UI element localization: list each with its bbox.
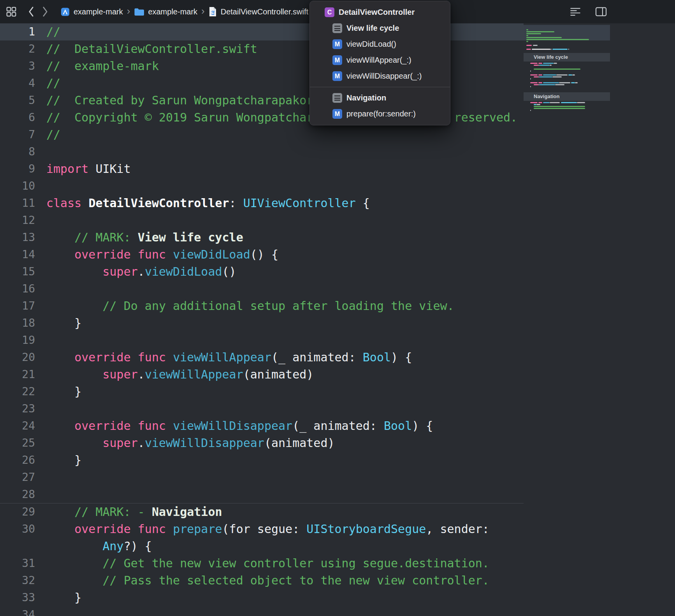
line-number[interactable]: 12 — [0, 212, 40, 229]
minimap-mark-label[interactable]: View life cycle — [524, 53, 610, 62]
code-line[interactable]: 13 // MARK: View life cycle — [0, 229, 524, 246]
line-number[interactable]: 7 — [0, 126, 40, 143]
popup-item-prepare-for-sender[interactable]: Mprepare(for:sender:) — [310, 106, 450, 122]
minimap-line — [524, 90, 610, 92]
line-number[interactable]: 33 — [0, 589, 40, 606]
code-line[interactable]: 29 // MARK: - Navigation — [0, 503, 524, 521]
line-number[interactable]: 1 — [0, 23, 40, 40]
popup-item-viewdidload[interactable]: MviewDidLoad() — [310, 36, 450, 52]
code-text: override func prepare(for segue: UIStory… — [46, 521, 489, 538]
code-line[interactable]: 19 — [0, 332, 524, 349]
line-number[interactable]: 14 — [0, 246, 40, 263]
code-line[interactable]: 31 // Get the new view controller using … — [0, 555, 524, 572]
code-line[interactable]: 32 // Pass the selected object to the ne… — [0, 572, 524, 589]
line-number[interactable]: 25 — [0, 435, 40, 452]
line-number[interactable]: 32 — [0, 572, 40, 589]
line-number[interactable]: 21 — [0, 366, 40, 383]
breadcrumb-file[interactable]: DetailViewController.swift — [209, 7, 308, 17]
line-number[interactable]: 34 — [0, 606, 40, 616]
code-line[interactable]: 24 override func viewWillDisappear(_ ani… — [0, 417, 524, 435]
popup-item-viewwillappear[interactable]: MviewWillAppear(_:) — [310, 52, 450, 68]
code-line[interactable]: 15 super.viewDidLoad() — [0, 263, 524, 280]
line-number[interactable]: 28 — [0, 486, 40, 503]
code-line[interactable]: 30 override func prepare(for segue: UISt… — [0, 521, 524, 538]
line-number[interactable]: 5 — [0, 92, 40, 109]
popup-item-label: viewWillAppear(_:) — [346, 56, 411, 65]
line-number[interactable]: 26 — [0, 452, 40, 469]
code-line[interactable]: 26 } — [0, 452, 524, 469]
line-number[interactable]: 11 — [0, 195, 40, 212]
line-number[interactable]: 27 — [0, 469, 40, 486]
code-line[interactable]: 17 // Do any additional setup after load… — [0, 297, 524, 315]
forward-icon[interactable] — [41, 6, 49, 17]
chevron-right-icon: › — [201, 6, 205, 18]
editor-options-icon[interactable] — [569, 7, 582, 17]
popup-item-view-life-cycle[interactable]: View life cycle — [310, 20, 450, 36]
code-line[interactable]: 21 super.viewWillAppear(animated) — [0, 366, 524, 383]
line-number[interactable]: 15 — [0, 263, 40, 280]
code-line[interactable]: 33 } — [0, 589, 524, 606]
code-line[interactable]: 8 — [0, 143, 524, 160]
code-text: // — [46, 126, 60, 143]
line-number[interactable]: 24 — [0, 417, 40, 435]
line-number[interactable]: 22 — [0, 383, 40, 400]
code-line[interactable]: 28 — [0, 486, 524, 503]
line-number[interactable]: 16 — [0, 280, 40, 297]
related-items-icon[interactable] — [5, 6, 17, 18]
code-line[interactable]: 34 — [0, 606, 524, 616]
back-icon[interactable] — [27, 6, 35, 17]
code-line[interactable]: 9import UIKit — [0, 160, 524, 178]
code-line[interactable]: 27 — [0, 469, 524, 486]
line-number[interactable]: 17 — [0, 297, 40, 315]
jump-bar-popup: CDetailViewControllerView life cycleMvie… — [309, 1, 450, 125]
line-number[interactable]: 30 — [0, 521, 40, 538]
code-line[interactable]: 25 super.viewWillDisappear(animated) — [0, 435, 524, 452]
line-number[interactable]: 19 — [0, 332, 40, 349]
code-line[interactable]: Any?) { — [0, 538, 524, 555]
minimap-mark-label[interactable]: Navigation — [524, 92, 610, 101]
popup-separator — [310, 87, 450, 87]
line-number[interactable]: 23 — [0, 400, 40, 417]
code-line[interactable]: 14 override func viewDidLoad() { — [0, 246, 524, 263]
code-line[interactable]: 18 } — [0, 315, 524, 332]
breadcrumb-label: example-mark — [74, 7, 123, 16]
code-text: override func viewDidLoad() { — [46, 246, 278, 263]
line-number[interactable]: 20 — [0, 349, 40, 366]
line-number[interactable]: 10 — [0, 178, 40, 195]
minimap[interactable]: View life cycleNavigation — [524, 23, 675, 616]
breadcrumb-group[interactable]: example-mark — [134, 7, 197, 16]
line-number[interactable]: 18 — [0, 315, 40, 332]
inspector-toggle-icon[interactable] — [595, 7, 607, 17]
line-number[interactable]: 3 — [0, 58, 40, 75]
code-line[interactable]: 23 — [0, 400, 524, 417]
code-text: override func viewWillDisappear(_ animat… — [46, 417, 433, 435]
code-line[interactable]: 10 — [0, 178, 524, 195]
line-number[interactable]: 8 — [0, 143, 40, 160]
code-line[interactable]: 16 — [0, 280, 524, 297]
code-text: import UIKit — [46, 160, 131, 178]
popup-item-detailviewcontroller[interactable]: CDetailViewController — [310, 4, 450, 20]
xcode-editor-window: { "colors": { "comment": "#5FB661", "key… — [0, 0, 675, 616]
code-line[interactable]: 7// — [0, 126, 524, 143]
popup-item-label: Navigation — [346, 93, 386, 102]
code-line[interactable]: 12 — [0, 212, 524, 229]
code-text: // — [46, 75, 60, 92]
line-number[interactable]: 13 — [0, 229, 40, 246]
folder-icon — [134, 8, 144, 16]
line-number[interactable] — [0, 538, 40, 555]
line-number[interactable]: 29 — [0, 503, 40, 521]
popup-item-viewwilldisappear[interactable]: MviewWillDisappear(_:) — [310, 68, 450, 84]
code-line[interactable]: 20 override func viewWillAppear(_ animat… — [0, 349, 524, 366]
code-text: } — [46, 383, 81, 400]
code-line[interactable]: 11class DetailViewController: UIViewCont… — [0, 195, 524, 212]
line-number[interactable]: 6 — [0, 109, 40, 126]
code-text: // Do any additional setup after loading… — [46, 297, 454, 315]
code-line[interactable]: 22 } — [0, 383, 524, 400]
line-number[interactable]: 2 — [0, 40, 40, 58]
breadcrumb-project[interactable]: example-mark — [61, 7, 123, 16]
line-number[interactable]: 9 — [0, 160, 40, 178]
line-number[interactable]: 31 — [0, 555, 40, 572]
popup-item-navigation[interactable]: Navigation — [310, 90, 450, 106]
line-number[interactable]: 4 — [0, 75, 40, 92]
code-text: super.viewWillDisappear(animated) — [46, 435, 335, 452]
